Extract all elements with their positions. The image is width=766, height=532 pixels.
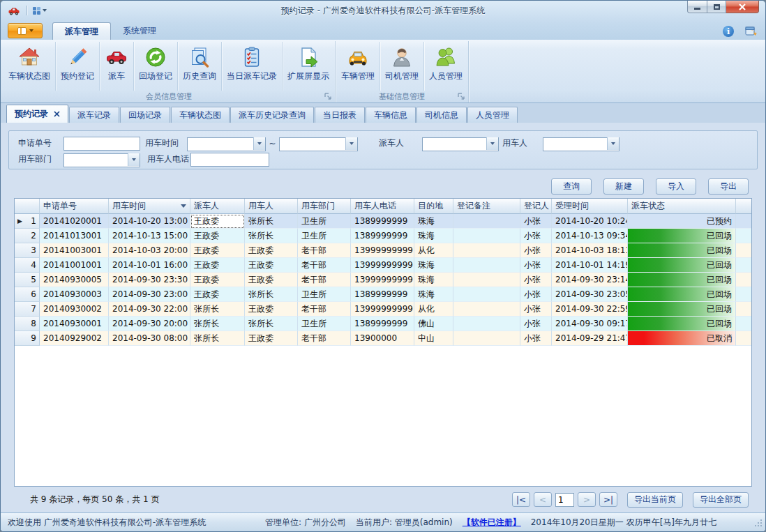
doc-tab-personnel-manage[interactable]: 人员管理: [467, 107, 518, 123]
cell-dispatch-status[interactable]: 已回场: [628, 287, 736, 302]
cell-accept-time[interactable]: 2014-09-30 23:05: [552, 287, 628, 302]
switch-window-icon[interactable]: [744, 26, 757, 37]
help-info-icon[interactable]: i: [723, 26, 734, 37]
ribbon-button-vehicle-status-map[interactable]: 车辆状态图: [3, 42, 55, 91]
ribbon-button-driver-manage[interactable]: 司机管理: [380, 42, 423, 91]
export-button[interactable]: 导出: [708, 178, 749, 195]
ribbon-button-history-query[interactable]: 历史查询: [177, 42, 221, 91]
cell-dispatcher[interactable]: 王政委: [190, 229, 245, 243]
sort-indicator-icon[interactable]: [181, 204, 186, 208]
cell-accept-time[interactable]: 2014-09-30 22:59: [552, 302, 628, 317]
cell-destination[interactable]: 珠海: [414, 273, 453, 287]
cell-dispatcher[interactable]: 王政委: [190, 243, 245, 258]
row-header-cell[interactable]: 5: [15, 273, 40, 287]
cell-dispatch-status[interactable]: 已回场: [628, 258, 736, 273]
close-button[interactable]: [726, 1, 759, 13]
dropdown-arrow-icon[interactable]: [253, 137, 265, 150]
dropdown-arrow-icon[interactable]: [486, 137, 498, 150]
cell-destination[interactable]: 中山: [414, 331, 453, 346]
col-header-dispatcher[interactable]: 派车人: [190, 199, 245, 214]
cell-dept[interactable]: 老干部: [298, 243, 351, 258]
cell-dispatch-status[interactable]: 已回场: [628, 229, 736, 243]
row-header-cell[interactable]: 3: [15, 243, 40, 258]
dispatcher-combo[interactable]: [422, 137, 499, 151]
cell-destination[interactable]: 从化: [414, 243, 453, 258]
export-all-pages-button[interactable]: 导出全部页: [693, 492, 749, 508]
cell-phone[interactable]: 1389999999: [351, 214, 414, 229]
user-combo[interactable]: [543, 137, 619, 151]
cell-use-time[interactable]: 2014-09-30 08:00: [109, 331, 190, 346]
cell-accept-time[interactable]: 2014-10-20 10:24: [552, 214, 628, 229]
cell-accept-time[interactable]: 2014-09-30 09:17: [552, 317, 628, 331]
dialog-launcher-icon[interactable]: [457, 92, 465, 100]
cell-dept[interactable]: 卫生所: [298, 317, 351, 331]
cell-user[interactable]: 王政委: [245, 331, 298, 346]
cell-order-no[interactable]: 20140930002: [40, 302, 109, 317]
cell-registrar[interactable]: 小张: [520, 317, 552, 331]
col-header-phone[interactable]: 用车人电话: [351, 199, 414, 214]
cell-registrar[interactable]: 小张: [520, 302, 552, 317]
cell-remark[interactable]: [453, 229, 520, 243]
doc-tab-reservation-records[interactable]: 预约记录: [6, 105, 68, 123]
cell-dept[interactable]: 老干部: [298, 302, 351, 317]
cell-registrar[interactable]: 小张: [520, 287, 552, 302]
cell-dispatch-status[interactable]: 已取消: [628, 331, 736, 346]
minimize-button[interactable]: [687, 1, 707, 13]
cell-remark[interactable]: [453, 302, 520, 317]
col-header-row-selector[interactable]: [15, 199, 40, 214]
col-header-dept[interactable]: 用车部门: [298, 199, 351, 214]
import-button[interactable]: 导入: [656, 178, 696, 195]
cell-phone[interactable]: 1389999999: [351, 287, 414, 302]
maximize-button[interactable]: [707, 1, 726, 13]
cell-phone[interactable]: 13999999999: [351, 302, 414, 317]
cell-registrar[interactable]: 小张: [520, 273, 552, 287]
doc-tab-dispatch-history-query[interactable]: 派车历史记录查询: [230, 107, 314, 123]
cell-remark[interactable]: [453, 258, 520, 273]
cell-dept[interactable]: 老干部: [298, 258, 351, 273]
cell-destination[interactable]: 从化: [414, 302, 453, 317]
cell-dept[interactable]: 老干部: [298, 273, 351, 287]
col-header-dispatch-status[interactable]: 派车状态: [628, 199, 736, 214]
row-header-cell[interactable]: 8: [15, 317, 40, 331]
cell-dept[interactable]: 卫生所: [298, 229, 351, 243]
row-header-cell[interactable]: 6: [15, 287, 40, 302]
cell-registrar[interactable]: 小张: [520, 331, 552, 346]
cell-order-no[interactable]: 20141001001: [40, 258, 109, 273]
table-row[interactable]: 7 20140930002 2014-09-30 22:00 张所长 王政委 老…: [15, 302, 751, 317]
cell-order-no[interactable]: 20140930005: [40, 273, 109, 287]
query-button[interactable]: 查询: [551, 178, 592, 195]
doc-tab-daily-report[interactable]: 当日报表: [315, 107, 365, 123]
last-page-button[interactable]: >|: [599, 492, 617, 507]
cell-user[interactable]: 王政委: [245, 302, 298, 317]
tab-close-icon[interactable]: [54, 111, 60, 117]
cell-dept[interactable]: 卫生所: [298, 287, 351, 302]
cell-user[interactable]: 王政委: [245, 258, 298, 273]
cell-remark[interactable]: [453, 243, 520, 258]
cell-remark[interactable]: [453, 273, 520, 287]
app-menu-button[interactable]: [8, 23, 43, 38]
use-time-to-combo[interactable]: [279, 137, 358, 151]
col-header-remark[interactable]: 登记备注: [453, 199, 520, 214]
row-header-cell[interactable]: 2: [15, 229, 40, 243]
cell-dispatch-status[interactable]: 已回场: [628, 243, 736, 258]
dialog-launcher-icon[interactable]: [324, 92, 332, 100]
cell-use-time[interactable]: 2014-10-20 13:00: [109, 214, 190, 229]
cell-dept[interactable]: 卫生所: [298, 214, 351, 229]
cell-use-time[interactable]: 2014-10-03 20:00: [109, 243, 190, 258]
doc-tab-dispatch-records[interactable]: 派车记录: [69, 107, 119, 123]
cell-order-no[interactable]: 20141013001: [40, 229, 109, 243]
cell-order-no[interactable]: 20140930001: [40, 317, 109, 331]
cell-use-time[interactable]: 2014-10-01 16:00: [109, 258, 190, 273]
table-row[interactable]: 4 20141001001 2014-10-01 16:00 王政委 王政委 老…: [15, 258, 751, 273]
cell-dispatcher[interactable]: 张所长: [190, 317, 245, 331]
cell-user[interactable]: 王政委: [245, 243, 298, 258]
cell-order-no[interactable]: 20140929002: [40, 331, 109, 346]
table-row[interactable]: 2 20141013001 2014-10-13 15:00 王政委 张所长 卫…: [15, 229, 751, 243]
row-header-cell[interactable]: ▶ 1: [15, 214, 40, 229]
license-registered-link[interactable]: 【软件已注册】: [463, 517, 521, 529]
cell-destination[interactable]: 珠海: [414, 287, 453, 302]
col-header-user[interactable]: 用车人: [245, 199, 298, 214]
dropdown-arrow-icon[interactable]: [128, 153, 140, 166]
cell-accept-time[interactable]: 2014-10-13 09:34: [552, 229, 628, 243]
cell-order-no[interactable]: 20141003001: [40, 243, 109, 258]
